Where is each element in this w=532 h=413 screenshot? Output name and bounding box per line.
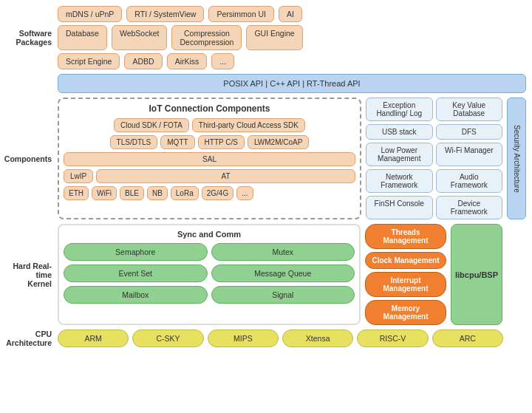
pkg-gui: GUI Engine: [246, 25, 302, 50]
pkg-adbd: ADBD: [124, 53, 162, 69]
posix-bar: POSIX API | C++ API | RT-Thread API: [58, 74, 526, 93]
rc-row-1: Exception Handling/ Log Key Value Databa…: [366, 98, 502, 121]
iot-http: HTTP C/S: [198, 135, 245, 149]
security-architecture-bar: Security Architecture: [507, 98, 526, 219]
components-label: Components: [4, 154, 52, 163]
rc-lowpower: Low Power Management: [366, 143, 433, 166]
rc-row-2: USB stack DFS: [366, 124, 502, 140]
rc-dfs: DFS: [436, 124, 503, 140]
sync-semaphore: Semaphore: [64, 243, 208, 261]
interrupt-management: Interrupt Management: [365, 272, 446, 297]
pkg-persimmon: Persimmon UI: [208, 6, 274, 22]
sync-mutex: Mutex: [211, 243, 355, 261]
iot-ble: BLE: [120, 186, 144, 200]
memory-management: Memory Management: [365, 300, 446, 325]
pkg-rti: RTI / SystemView: [126, 6, 204, 22]
iot-tls: TLS/DTLS: [110, 135, 158, 149]
cpu-arc: ARC: [432, 330, 503, 347]
cpu-arm: ARM: [58, 330, 129, 347]
rc-wifi-mgr: Wi-Fi Manager: [436, 143, 503, 166]
cpu-arch-label: CPU Architecture: [6, 330, 52, 347]
iot-row-1: Cloud SDK / FOTA Third-party Cloud Acces…: [64, 118, 355, 132]
pkg-compression: Compression Decompression: [171, 25, 242, 50]
iot-2g4g: 2G/4G: [202, 186, 233, 200]
cpu-xtensa: Xtensa: [282, 330, 353, 347]
pkg-dots: ...: [211, 53, 234, 69]
iot-sal: SAL: [64, 152, 355, 166]
sync-title: Sync and Comm: [64, 230, 355, 239]
sync-signal: Signal: [211, 286, 355, 304]
rc-row-4: Network Framework Audio Framework: [366, 169, 502, 193]
threads-management: Threads Management: [365, 224, 446, 249]
iot-third-party: Third-party Cloud Access SDK: [192, 118, 305, 132]
orange-chips-stack: Threads Management Clock Management Inte…: [365, 224, 446, 325]
iot-lwm2m: LWM2M/CoAP: [248, 135, 309, 149]
rc-row-5: FinSH Console Device Framework: [366, 196, 502, 219]
pkg-websocket: WebSocket: [112, 25, 168, 50]
iot-wifi: WiFi: [92, 186, 117, 200]
libcpu-bsp-box: libcpu/BSP: [451, 224, 502, 325]
iot-nb: NB: [147, 186, 168, 200]
rc-finsh: FinSH Console: [366, 196, 433, 219]
iot-lw-at: LwIP AT: [64, 169, 355, 183]
cpu-riscv: RISC-V: [357, 330, 428, 347]
pkg-row-3: Script Engine ADBD AirKiss ...: [58, 53, 526, 69]
pkg-mdns: mDNS / uPnP: [58, 6, 122, 22]
rc-network: Network Framework: [366, 169, 433, 193]
rc-row-3: Low Power Management Wi-Fi Manager: [366, 143, 502, 166]
pkg-row-2: Database WebSocket Compression Decompres…: [58, 25, 526, 50]
sync-grid: Semaphore Mutex Event Set Message Queue …: [64, 243, 355, 304]
rc-audio: Audio Framework: [436, 169, 503, 193]
cpu-mips: MIPS: [208, 330, 279, 347]
cpu-csky: C-SKY: [132, 330, 203, 347]
hard-realtime-label: Hard Real-time Kernel: [6, 262, 52, 288]
iot-eth: ETH: [64, 186, 89, 200]
iot-etc: ...: [236, 186, 253, 200]
pkg-script: Script Engine: [58, 53, 120, 69]
iot-mqtt: MQTT: [160, 135, 194, 149]
pkg-airkiss: AirKiss: [167, 53, 208, 69]
iot-cloud-sdk: Cloud SDK / FOTA: [114, 118, 189, 132]
clock-management: Clock Management: [365, 252, 446, 269]
sync-message-queue: Message Queue: [211, 264, 355, 282]
software-packages-label: Software Packages: [16, 29, 52, 47]
iot-lora: LoRa: [171, 186, 199, 200]
rc-kv-db: Key Value Database: [436, 98, 503, 121]
iot-eth-row: ETH WiFi BLE NB LoRa 2G/4G ...: [64, 186, 355, 200]
sync-event-set: Event Set: [64, 264, 208, 282]
iot-lwip: LwIP: [64, 169, 93, 183]
rc-usb: USB stack: [366, 124, 433, 140]
iot-row-2: TLS/DTLS MQTT HTTP C/S LWM2M/CoAP: [64, 135, 355, 149]
iot-connection-box: IoT Connection Components Cloud SDK / FO…: [58, 98, 361, 219]
rc-exception: Exception Handling/ Log: [366, 98, 433, 121]
sync-comm-box: Sync and Comm Semaphore Mutex Event Set …: [58, 224, 361, 325]
sync-mailbox: Mailbox: [64, 286, 208, 304]
iot-at: AT: [96, 169, 355, 183]
rc-device-fw: Device Framework: [436, 196, 503, 219]
pkg-row-1: mDNS / uPnP RTI / SystemView Persimmon U…: [58, 6, 526, 22]
right-components: Exception Handling/ Log Key Value Databa…: [366, 98, 502, 219]
iot-title: IoT Connection Components: [64, 103, 355, 114]
pkg-ai: AI: [279, 6, 302, 22]
pkg-database: Database: [58, 25, 107, 50]
